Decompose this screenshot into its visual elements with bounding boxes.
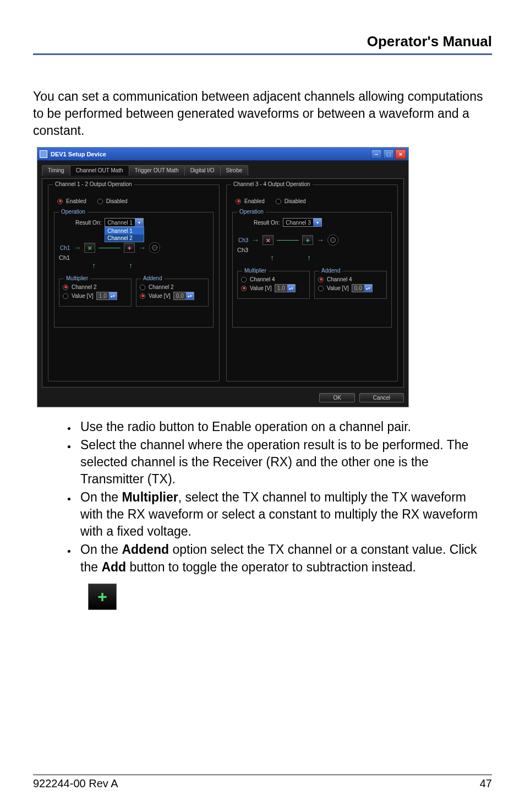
tab-trigger-out-math[interactable]: Trigger OUT Math [129,165,185,176]
plus-icon: + [97,587,107,606]
radio-dot-icon [63,293,68,299]
tab-timing[interactable]: Timing [42,165,70,176]
radio-enabled-ch34[interactable]: Enabled [236,198,265,204]
arrow-right-icon: → [138,243,146,252]
operation-group-ch12: Operation Result On: Channel 1 ▾ Channel… [54,212,214,328]
chain-in-label: Ch3 [238,237,248,243]
footer-page-number: 47 [480,777,492,790]
mult-value-spinner-ch12[interactable]: 1.0 ▴▾ [96,292,117,300]
dialog-titlebar[interactable]: DEV1 Setup Device – □ × [37,148,408,161]
label-enabled: Enabled [66,198,86,204]
output-target-icon [149,242,160,253]
radio-add-channel-ch12[interactable]: Channel 2 [140,284,174,290]
radio-enabled-ch12[interactable]: Enabled [57,198,86,204]
panel-ch3-4-legend: Channel 3 - 4 Output Operation [231,181,313,187]
add-operator-button[interactable]: + [302,235,313,245]
radio-add-value-ch12[interactable]: Value [V] [140,293,171,299]
addend-legend: Addend [319,268,342,274]
add-operator-button[interactable]: + [124,243,135,253]
add-toggle-button-image: + [88,584,117,610]
dialog-title: DEV1 Setup Device [51,151,106,157]
bullet-3: On the Multiplier, select the TX channel… [77,489,492,540]
page-header-title: Operator's Manual [33,33,492,50]
spinner-value: 1.0 [275,285,287,291]
tab-strobe[interactable]: Strobe [220,165,248,176]
arrow-up-icon: ↑ [129,261,133,270]
flow-line [277,240,299,241]
spinner-value: 0.0 [352,285,364,291]
tab-digital-io[interactable]: Digital I/O [184,165,221,176]
footer-rev: 922244-00 Rev A [33,777,118,790]
ok-button[interactable]: OK [319,393,354,402]
arrow-up-icon: ↑ [270,253,274,262]
minimize-button[interactable]: – [371,149,382,159]
radio-dot-icon [236,199,241,204]
panel-ch1-2: Channel 1 - 2 Output Operation Enabled D… [48,184,220,382]
output-target-icon [327,235,338,246]
radio-disabled-ch12[interactable]: Disabled [97,198,128,204]
mult-value-label: Value [V] [250,285,272,291]
close-button[interactable]: × [395,149,406,159]
chevron-down-icon: ▾ [313,219,321,226]
multiply-icon: × [262,235,274,245]
operation-group-ch34: Operation Result On: Channel 3 ▾ Ch3 → × [232,212,392,328]
chain-out-label: Ch3 [237,247,248,253]
tab-content: Channel 1 - 2 Output Operation Enabled D… [42,178,404,388]
radio-mult-channel-ch12[interactable]: Channel 2 [63,284,97,290]
addend-group-ch34: Addend Channel 4 [314,271,387,299]
chain-out-label: Ch1 [59,254,70,261]
arrow-up-icon: ↑ [92,261,96,270]
mult-channel-label: Channel 4 [250,276,275,282]
maximize-button[interactable]: □ [383,149,394,159]
radio-mult-value-ch12[interactable]: Value [V] [63,293,94,299]
operation-legend: Operation [237,209,266,215]
dropdown-item-channel2[interactable]: Channel 2 [105,235,144,242]
combo-value: Channel 3 [283,220,313,226]
add-value-spinner-ch12[interactable]: 0.0 ▴▾ [173,292,194,300]
add-value-spinner-ch34[interactable]: 0.0 ▴▾ [352,284,373,292]
header-rule [33,53,492,55]
spinner-buttons-icon: ▴▾ [287,285,295,292]
radio-dot-icon [63,285,68,290]
result-on-combo-ch12[interactable]: Channel 1 ▾ Channel 1 Channel 2 [105,218,144,227]
radio-dot-icon [318,277,324,282]
add-value-label: Value [V] [149,293,171,299]
cancel-button[interactable]: Cancel [359,393,404,402]
radio-disabled-ch34[interactable]: Disabled [276,198,306,204]
mult-value-label: Value [V] [72,293,94,299]
result-on-combo-ch34[interactable]: Channel 3 ▾ [283,218,322,227]
tab-channel-out-math[interactable]: Channel OUT Math [70,165,129,176]
multiplier-group-ch12: Multiplier Channel 2 [59,279,132,307]
add-channel-label: Channel 4 [327,276,352,282]
spinner-buttons-icon: ▴▾ [364,285,372,292]
radio-add-value-ch34[interactable]: Value [V] [318,285,349,291]
spinner-value: 0.0 [174,293,186,299]
addend-group-ch12: Addend Channel 2 [136,279,209,307]
radio-dot-icon [318,286,324,291]
multiplier-legend: Multiplier [64,275,90,281]
radio-dot-icon [241,286,247,291]
chevron-down-icon: ▾ [135,219,143,226]
bullet-4: On the Addend option select the TX chann… [77,541,492,575]
result-on-dropdown-list[interactable]: Channel 1 Channel 2 [105,227,144,242]
mult-value-spinner-ch34[interactable]: 1.0 ▴▾ [275,284,296,292]
spinner-buttons-icon: ▴▾ [109,292,117,299]
radio-dot-icon [140,293,145,299]
bullet-1: Use the radio button to Enable operation… [77,418,492,435]
panel-ch3-4: Channel 3 - 4 Output Operation Enabled D… [226,184,398,382]
label-disabled: Disabled [285,198,306,204]
addend-legend: Addend [141,275,164,281]
add-channel-label: Channel 2 [149,284,174,290]
multiply-icon: × [84,243,95,253]
add-value-label: Value [V] [327,285,349,291]
panel-ch1-2-legend: Channel 1 - 2 Output Operation [53,181,134,187]
arrow-right-icon: → [316,236,324,244]
result-on-label: Result On: [75,220,101,226]
radio-mult-channel-ch34[interactable]: Channel 4 [241,276,275,282]
setup-device-dialog: DEV1 Setup Device – □ × Timing Channel O… [37,147,409,407]
radio-mult-value-ch34[interactable]: Value [V] [241,285,272,291]
radio-dot-icon [140,285,145,290]
radio-add-channel-ch34[interactable]: Channel 4 [318,276,352,282]
mult-channel-label: Channel 2 [72,284,97,290]
dropdown-item-channel1[interactable]: Channel 1 [105,227,144,235]
